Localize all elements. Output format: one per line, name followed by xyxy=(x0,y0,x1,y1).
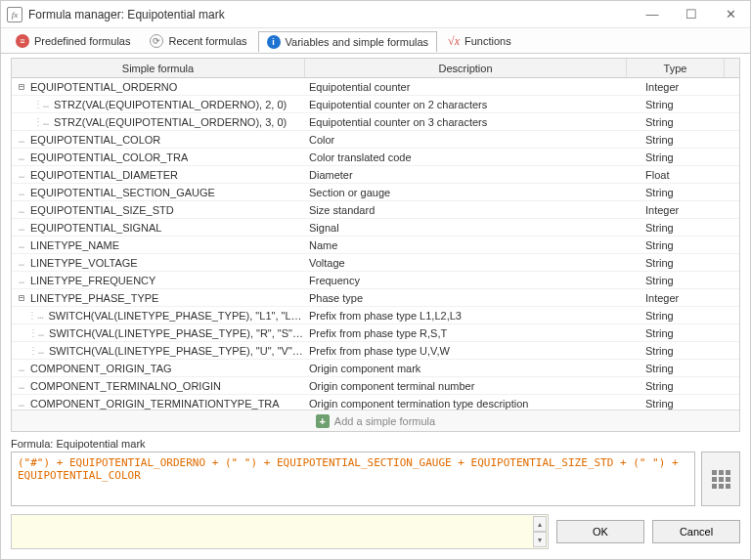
plus-icon: + xyxy=(316,414,330,428)
formula-desc: Equipotential counter xyxy=(305,78,641,95)
tab-predefined[interactable]: ≡ Predefined formulas xyxy=(7,30,139,51)
formula-type: String xyxy=(641,272,739,288)
formula-type: String xyxy=(641,360,739,376)
table-row[interactable]: ⋮…STRZ(VAL(EQUIPOTENTIAL_ORDERNO), 3, 0)… xyxy=(12,113,739,131)
tab-label: Variables and simple formulas xyxy=(286,36,429,48)
table-row[interactable]: ⊟EQUIPOTENTIAL_ORDERNOEquipotential coun… xyxy=(12,78,739,96)
formula-desc: Section or gauge xyxy=(305,184,641,200)
table-row[interactable]: ⊟LINETYPE_PHASE_TYPEPhase typeInteger xyxy=(12,289,739,307)
spin-up[interactable]: ▴ xyxy=(533,516,547,532)
formula-type: String xyxy=(641,149,739,165)
formula-type: Integer xyxy=(641,289,739,306)
tab-recent[interactable]: ⟳ Recent formulas xyxy=(141,30,255,51)
table-row[interactable]: ⋮…SWITCH(VAL(LINETYPE_PHASE_TYPE), "U", … xyxy=(12,342,739,360)
tab-variables[interactable]: i Variables and simple formulas xyxy=(258,31,438,52)
table-row[interactable]: …LINETYPE_FREQUENCYFrequencyString xyxy=(12,272,739,289)
formula-type: Float xyxy=(641,166,739,183)
formula-desc: Origin component terminal number xyxy=(305,377,641,394)
formula-type: String xyxy=(641,131,739,148)
formula-name: EQUIPOTENTIAL_ORDERNO xyxy=(27,78,177,96)
tab-label: Predefined formulas xyxy=(34,35,130,47)
minimize-button[interactable]: ― xyxy=(633,1,672,28)
col-simple-formula[interactable]: Simple formula xyxy=(12,59,305,77)
grid-body[interactable]: ⊟EQUIPOTENTIAL_ORDERNOEquipotential coun… xyxy=(12,78,739,409)
ok-button[interactable]: OK xyxy=(556,520,644,543)
book-icon: ≡ xyxy=(16,34,29,48)
formula-desc: Diameter xyxy=(305,166,641,183)
tree-leaf: … xyxy=(16,184,27,201)
table-row[interactable]: …EQUIPOTENTIAL_COLORColorString xyxy=(12,131,739,149)
table-row[interactable]: …EQUIPOTENTIAL_SIZE_STDSize standardInte… xyxy=(12,201,739,219)
formula-type: String xyxy=(641,219,739,236)
formula-type: String xyxy=(641,113,739,130)
tab-label: Functions xyxy=(464,35,511,47)
formula-manager-window: fx Formula manager: Equipotential mark ―… xyxy=(0,0,751,560)
formula-desc: Equipotential counter on 2 characters xyxy=(305,96,641,112)
tree-leaf: … xyxy=(16,360,27,377)
cancel-button[interactable]: Cancel xyxy=(652,520,740,543)
tree-leaf: … xyxy=(16,272,27,289)
table-row[interactable]: …COMPONENT_ORIGIN_TAGOrigin component ma… xyxy=(12,360,739,377)
formula-name: EQUIPOTENTIAL_SIGNAL xyxy=(27,219,161,237)
formula-name: SWITCH(VAL(LINETYPE_PHASE_TYPE), "L1", "… xyxy=(45,307,305,324)
tree-connector: ⋮… xyxy=(33,113,51,131)
formula-name: EQUIPOTENTIAL_SECTION_GAUGE xyxy=(27,184,215,201)
formula-name: COMPONENT_ORIGIN_TERMINATIONTYPE_TRA xyxy=(27,395,280,410)
table-row[interactable]: ⋮…STRZ(VAL(EQUIPOTENTIAL_ORDERNO), 2, 0)… xyxy=(12,96,739,113)
sqrt-icon: √x xyxy=(448,34,460,49)
clock-icon: ⟳ xyxy=(150,34,163,48)
col-type[interactable]: Type xyxy=(627,59,725,77)
message-area[interactable]: ▴ ▾ xyxy=(11,514,549,549)
add-simple-formula[interactable]: + Add a simple formula xyxy=(12,409,739,431)
formula-type: String xyxy=(641,254,739,271)
tree-leaf: … xyxy=(16,201,27,219)
tree-collapse-icon[interactable]: ⊟ xyxy=(16,289,27,307)
formula-name: LINETYPE_VOLTAGE xyxy=(27,254,138,272)
tab-functions[interactable]: √x Functions xyxy=(439,30,520,52)
table-row[interactable]: …EQUIPOTENTIAL_COLOR_TRAColor translated… xyxy=(12,149,739,166)
table-row[interactable]: …EQUIPOTENTIAL_SIGNALSignalString xyxy=(12,219,739,237)
formula-name: EQUIPOTENTIAL_COLOR xyxy=(27,131,160,149)
tree-leaf: … xyxy=(16,237,27,254)
formula-type: String xyxy=(641,377,739,394)
formula-name: LINETYPE_PHASE_TYPE xyxy=(27,289,158,307)
tree-leaf: … xyxy=(16,377,27,395)
spin-down[interactable]: ▾ xyxy=(533,532,547,547)
formula-desc: Voltage xyxy=(305,254,641,271)
tree-collapse-icon[interactable]: ⊟ xyxy=(16,78,27,96)
formula-type: String xyxy=(641,342,739,359)
tree-leaf: … xyxy=(16,395,27,410)
formula-desc: Prefix from phase type L1,L2,L3 xyxy=(305,307,641,323)
window-title: Formula manager: Equipotential mark xyxy=(28,8,633,22)
table-row[interactable]: …LINETYPE_NAMENameString xyxy=(12,237,739,254)
variables-grid: Simple formula Description Type ⊟EQUIPOT… xyxy=(11,58,740,432)
table-row[interactable]: …COMPONENT_TERMINALNO_ORIGINOrigin compo… xyxy=(12,377,739,395)
tree-leaf: … xyxy=(16,254,27,272)
formula-name: STRZ(VAL(EQUIPOTENTIAL_ORDERNO), 2, 0) xyxy=(51,96,287,113)
keypad-icon xyxy=(712,470,730,489)
formula-desc: Color xyxy=(305,131,641,148)
table-row[interactable]: ⋮…SWITCH(VAL(LINETYPE_PHASE_TYPE), "R", … xyxy=(12,324,739,342)
formula-name: LINETYPE_NAME xyxy=(27,237,119,254)
formula-type: Integer xyxy=(641,201,739,218)
tab-label: Recent formulas xyxy=(168,35,246,47)
calculator-button[interactable] xyxy=(701,452,740,506)
formula-name: COMPONENT_ORIGIN_TAG xyxy=(27,360,172,377)
table-row[interactable]: ⋮…SWITCH(VAL(LINETYPE_PHASE_TYPE), "L1",… xyxy=(12,307,739,324)
formula-type: String xyxy=(641,237,739,253)
table-row[interactable]: …EQUIPOTENTIAL_SECTION_GAUGESection or g… xyxy=(12,184,739,201)
formula-name: STRZ(VAL(EQUIPOTENTIAL_ORDERNO), 3, 0) xyxy=(51,113,287,131)
col-description[interactable]: Description xyxy=(305,59,627,77)
close-button[interactable]: ✕ xyxy=(711,1,750,28)
table-row[interactable]: …LINETYPE_VOLTAGEVoltageString xyxy=(12,254,739,272)
table-row[interactable]: …COMPONENT_ORIGIN_TERMINATIONTYPE_TRAOri… xyxy=(12,395,739,409)
tree-leaf: … xyxy=(16,219,27,237)
tab-bar: ≡ Predefined formulas ⟳ Recent formulas … xyxy=(1,28,750,54)
formula-panel: Formula: Equipotential mark ("#") + EQUI… xyxy=(11,438,740,506)
maximize-button[interactable]: ☐ xyxy=(672,1,711,28)
formula-desc: Origin component termination type descri… xyxy=(305,395,641,409)
table-row[interactable]: …EQUIPOTENTIAL_DIAMETERDiameterFloat xyxy=(12,166,739,184)
formula-label: Formula: Equipotential mark xyxy=(11,438,740,450)
formula-input[interactable]: ("#") + EQUIPOTENTIAL_ORDERNO + (" ") + … xyxy=(11,452,695,506)
formula-desc: Equipotential counter on 3 characters xyxy=(305,113,641,130)
